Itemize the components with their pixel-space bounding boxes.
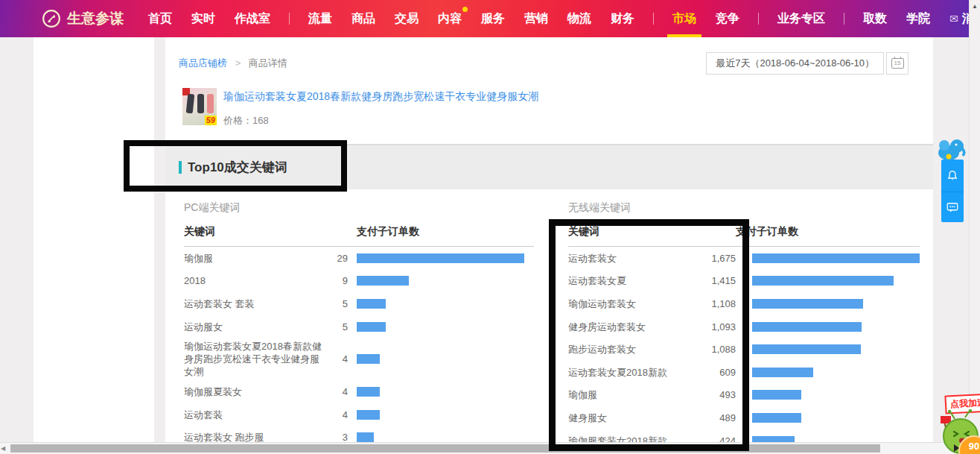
value-cell: 3 [324, 432, 348, 442]
notification-dot [462, 7, 468, 12]
bar-track [357, 299, 524, 309]
vertical-scrollbar[interactable]: ▲ [969, 0, 980, 454]
product-thumbnail[interactable]: 59 [182, 88, 217, 125]
nav-divider [844, 13, 844, 25]
notification-bell-button[interactable] [941, 160, 964, 192]
table-row: 瑜伽服夏装女4 [184, 380, 534, 403]
bar-track [752, 344, 920, 354]
keyword-cell: 瑜伽运动套装女夏2018春新款健身房跑步宽松速干衣专业健身服女潮 [184, 338, 324, 380]
nav-item-服务[interactable]: 服务 [481, 0, 505, 37]
bar [752, 253, 920, 263]
nav-item-label: 取数 [863, 11, 887, 27]
chat-icon [946, 201, 959, 214]
brand[interactable]: 生意参谋 [42, 9, 124, 28]
table-row: 瑜伽服29 [184, 247, 534, 270]
value-cell: 9 [324, 275, 348, 286]
horizontal-scrollbar[interactable]: ◀ [0, 442, 970, 454]
elephant-mascot-icon[interactable] [935, 137, 967, 164]
bar [752, 299, 863, 309]
bar-track [752, 322, 920, 332]
value-cell: 29 [324, 253, 348, 264]
bell-icon [946, 168, 959, 183]
nav-item-学院[interactable]: 学院 [906, 0, 930, 37]
table-row: 运动套装女 套装5 [184, 292, 534, 315]
table-row: 运动套装4 [184, 403, 534, 426]
nav-item-label: 实时 [191, 11, 215, 27]
bar [357, 253, 524, 263]
bar [752, 436, 795, 442]
nav-item-label: 流量 [308, 11, 332, 27]
nav-item-label: 业务专区 [777, 11, 825, 27]
bar-track [752, 436, 920, 442]
nav-item-label: 内容 [438, 11, 462, 27]
bar [752, 322, 862, 332]
calendar-button[interactable]: 15 [886, 52, 909, 75]
value-cell: 4 [324, 353, 348, 365]
play-triangle-icon [954, 444, 959, 452]
value-cell: 4 [324, 386, 348, 397]
pc-keywords-panel: PC端关键词 关键词 支付子订单数 瑜伽服2920189运动套装女 套装5运动服… [184, 195, 534, 442]
col-keyword: 关键词 [184, 225, 357, 239]
nav-items: 首页实时作战室流量商品交易内容服务营销物流财务市场竞争业务专区取数学院✉消息 [139, 0, 980, 37]
date-range-selector[interactable]: 最近7天（2018-06-04~2018-06-10） [706, 52, 884, 75]
page: 生意参谋 首页实时作战室流量商品交易内容服务营销物流财务市场竞争业务专区取数学院… [0, 0, 980, 454]
bar-track [357, 410, 524, 420]
breadcrumb-link[interactable]: 商品店铺榜 [179, 57, 227, 69]
bar-track [752, 276, 920, 286]
nav-item-label: 学院 [906, 11, 930, 27]
nav-item-市场[interactable]: 市场 [672, 0, 696, 37]
nav-item-财务[interactable]: 财务 [611, 0, 634, 37]
keyword-cell: 2018 [184, 272, 324, 289]
bar [752, 413, 801, 423]
nav-item-label: 财务 [611, 11, 634, 27]
scroll-left-arrow-icon[interactable]: ◀ [1, 445, 5, 452]
nav-item-label: 物流 [567, 11, 591, 27]
nav-item-首页[interactable]: 首页 [148, 0, 172, 37]
nav-item-取数[interactable]: 取数 [863, 0, 887, 37]
wireless-panel-title: 无线端关键词 [568, 201, 920, 215]
bar [357, 387, 380, 397]
annotation-box-top10-heading [124, 140, 347, 192]
bar-track [752, 299, 920, 309]
bar [357, 276, 409, 286]
keyword-cell: 运动套装女 套装 [184, 295, 324, 312]
chat-message-button[interactable] [941, 192, 964, 222]
nav-item-label: 商品 [351, 11, 375, 27]
horizontal-scrollbar-thumb[interactable] [10, 444, 880, 453]
pc-panel-title: PC端关键词 [184, 201, 534, 215]
nav-item-商品[interactable]: 商品 [351, 0, 375, 37]
nav-item-作战室[interactable]: 作战室 [235, 0, 270, 37]
nav-item-label: 营销 [524, 11, 548, 27]
bar-track [752, 368, 920, 377]
nav-item-label: 竞争 [716, 11, 739, 27]
breadcrumb-separator: > [235, 57, 241, 69]
calendar-icon: 15 [891, 58, 904, 69]
nav-item-内容[interactable]: 内容 [438, 0, 462, 37]
scroll-up-arrow-icon[interactable]: ▲ [970, 3, 980, 10]
bar-track [357, 276, 524, 286]
product-title-link[interactable]: 瑜伽运动套装女夏2018春新款健身房跑步宽松速干衣专业健身服女潮 [223, 90, 538, 104]
nav-item-业务专区[interactable]: 业务专区 [777, 0, 825, 37]
bar-track [357, 387, 524, 397]
nav-item-label: 市场 [672, 11, 696, 27]
value-cell: 5 [324, 321, 348, 332]
bar [357, 299, 386, 309]
nav-item-实时[interactable]: 实时 [191, 0, 215, 37]
bar [752, 276, 894, 286]
nav-item-流量[interactable]: 流量 [308, 0, 332, 37]
nav-item-竞争[interactable]: 竞争 [716, 0, 739, 37]
nav-item-label: 交易 [395, 11, 419, 27]
bar [752, 368, 813, 377]
nav-item-交易[interactable]: 交易 [395, 0, 419, 37]
bar-track [357, 253, 524, 263]
bar [357, 354, 380, 364]
nav-item-营销[interactable]: 营销 [524, 0, 548, 37]
brand-name: 生意参谋 [67, 9, 124, 28]
keyword-cell: 瑜伽服夏装女 [184, 383, 324, 400]
nav-item-label: 服务 [481, 11, 505, 27]
left-sidebar-strip [34, 37, 154, 442]
price-badge: 59 [205, 116, 217, 125]
col-paid-suborders: 支付子订单数 [357, 225, 419, 239]
nav-item-物流[interactable]: 物流 [567, 0, 591, 37]
bar-track [752, 390, 920, 400]
